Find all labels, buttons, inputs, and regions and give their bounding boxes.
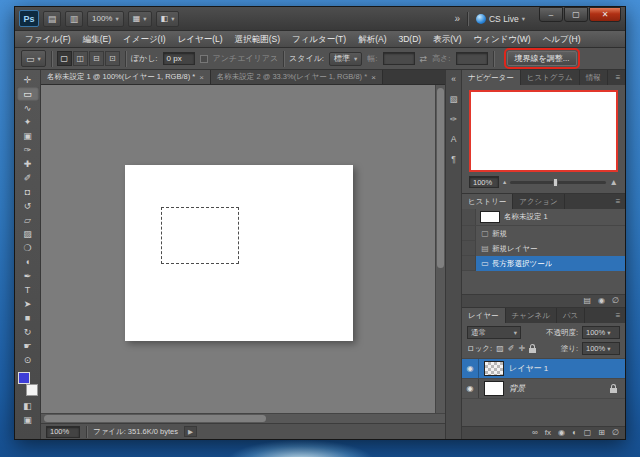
document-tab-2[interactable]: 名称未設定 2 @ 33.3%(レイヤー 1, RGB/8) * × xyxy=(211,70,383,84)
menu-view[interactable]: 表示(V) xyxy=(427,31,467,48)
navigator-tab-1[interactable]: ヒストグラム xyxy=(521,70,580,85)
navigator-panel-menu-icon[interactable]: ≡ xyxy=(611,70,625,85)
path-selection-tool[interactable]: ➤ xyxy=(17,297,39,311)
type-tool[interactable]: T xyxy=(17,283,39,297)
navigator-zoom-slider-thumb[interactable] xyxy=(553,178,558,187)
close-icon[interactable]: × xyxy=(199,73,204,82)
status-zoom-input[interactable]: 100% xyxy=(46,426,80,438)
background-layer-name[interactable]: 背景 xyxy=(509,383,610,394)
launch-bridge-icon[interactable]: ▤ xyxy=(43,11,61,27)
horizontal-scrollbar-thumb[interactable] xyxy=(44,415,266,422)
create-snapshot-icon[interactable]: ◉ xyxy=(598,295,605,307)
history-snapshot-row[interactable]: 名称未設定 1 xyxy=(462,209,625,226)
delete-state-icon[interactable]: ∅ xyxy=(612,295,619,307)
eyedropper-tool[interactable]: ✑ xyxy=(17,143,39,157)
document-tab-1[interactable]: 名称未設定 1 @ 100%(レイヤー 1, RGB/8) * × xyxy=(41,70,211,84)
zoom-out-icon[interactable]: ▴ xyxy=(503,178,506,186)
photoshop-logo-icon[interactable]: Ps xyxy=(19,10,39,27)
history-state-new[interactable]: ▢新規 xyxy=(462,226,625,241)
view-extras-icon[interactable]: ▥ xyxy=(65,11,83,27)
layers-tab-2[interactable]: パス xyxy=(557,308,585,323)
paragraph-panel-icon[interactable]: ¶ xyxy=(447,153,461,166)
layers-tab-1[interactable]: チャンネル xyxy=(506,308,557,323)
blur-tool[interactable]: ❍ xyxy=(17,241,39,255)
menu-help[interactable]: ヘルプ(H) xyxy=(537,31,587,48)
overflow-chevron-icon[interactable]: » xyxy=(451,13,463,24)
history-state-rect-marquee[interactable]: ▭長方形選択ツール xyxy=(462,256,625,271)
lock-all-icon[interactable] xyxy=(529,348,536,353)
lock-paint-icon[interactable]: ✐ xyxy=(508,344,515,353)
menu-window[interactable]: ウィンドウ(W) xyxy=(467,31,536,48)
add-selection-mode[interactable]: ◫ xyxy=(73,51,88,66)
layers-tab-0[interactable]: レイヤー xyxy=(462,308,506,323)
layer-effects-icon[interactable]: fx xyxy=(545,427,551,439)
clone-stamp-tool[interactable]: ◘ xyxy=(17,185,39,199)
layer-1-thumbnail[interactable] xyxy=(484,361,504,376)
screen-mode-button[interactable]: ◧ ▾ xyxy=(156,11,180,27)
history-state-new-layer[interactable]: ▤新規レイヤー xyxy=(462,241,625,256)
menu-edit[interactable]: 編集(E) xyxy=(77,31,117,48)
expand-panels-icon[interactable]: « xyxy=(447,73,461,86)
delete-layer-icon[interactable]: ∅ xyxy=(612,427,619,439)
menu-image[interactable]: イメージ(I) xyxy=(117,31,172,48)
screen-mode-toggle[interactable]: ▣ xyxy=(17,413,39,427)
rectangle-tool[interactable]: ■ xyxy=(17,311,39,325)
navigator-zoom-input[interactable]: 100% xyxy=(469,176,499,188)
eraser-tool[interactable]: ▱ xyxy=(17,213,39,227)
background-color-swatch[interactable] xyxy=(26,384,38,396)
lasso-tool[interactable]: ∿ xyxy=(17,101,39,115)
quick-selection-tool[interactable]: ✦ xyxy=(17,115,39,129)
status-expand-button[interactable]: ▶ xyxy=(184,426,197,437)
horizontal-scrollbar[interactable] xyxy=(41,413,445,423)
adjustment-layer-icon[interactable]: ◐ xyxy=(572,427,577,439)
brush-panel-icon[interactable]: ✑ xyxy=(447,113,461,126)
arrange-documents-button[interactable]: ▦ ▾ xyxy=(128,11,152,27)
tool-preset-picker[interactable]: ▭ ▾ xyxy=(21,50,46,67)
layer-1-name[interactable]: レイヤー 1 xyxy=(509,363,625,374)
vertical-scrollbar-thumb[interactable] xyxy=(437,88,444,268)
intersect-selection-mode[interactable]: ⊡ xyxy=(105,51,120,66)
menu-select[interactable]: 選択範囲(S) xyxy=(229,31,286,48)
navigator-preview[interactable] xyxy=(469,90,618,172)
link-layers-icon[interactable]: ∞ xyxy=(532,427,538,439)
canvas-area[interactable] xyxy=(41,85,445,413)
history-source-well[interactable] xyxy=(462,209,476,225)
blend-mode-select[interactable]: 通常 ▾ xyxy=(467,326,521,339)
navigator-tab-0[interactable]: ナビゲーター xyxy=(462,70,521,85)
pen-tool[interactable]: ✒ xyxy=(17,269,39,283)
document-canvas[interactable] xyxy=(125,165,353,341)
menu-layer[interactable]: レイヤー(L) xyxy=(172,31,229,48)
zoom-in-icon[interactable]: ▲ xyxy=(610,177,618,187)
foreground-color-swatch[interactable] xyxy=(18,372,30,384)
cs-live-button[interactable]: CS Live ▾ xyxy=(472,11,529,27)
layer-row-layer-1[interactable]: ◉ レイヤー 1 xyxy=(462,359,625,379)
gradient-tool[interactable]: ▨ xyxy=(17,227,39,241)
visibility-toggle[interactable]: ◉ xyxy=(462,359,479,378)
history-brush-tool[interactable]: ↺ xyxy=(17,199,39,213)
quick-mask-button[interactable]: ◧ xyxy=(17,399,39,413)
history-tab-0[interactable]: ヒストリー xyxy=(462,194,513,209)
new-document-from-state-icon[interactable]: ▤ xyxy=(583,295,591,307)
navigator-tab-2[interactable]: 情報 xyxy=(580,70,608,85)
subtract-selection-mode[interactable]: ⊟ xyxy=(89,51,104,66)
crop-tool[interactable]: ▣ xyxy=(17,129,39,143)
visibility-toggle[interactable]: ◉ xyxy=(462,379,479,398)
menu-analysis[interactable]: 解析(A) xyxy=(352,31,392,48)
zoom-tool[interactable]: ⊙ xyxy=(17,353,39,367)
maximize-button[interactable]: ▢ xyxy=(564,7,588,22)
minimize-button[interactable]: – xyxy=(539,7,563,22)
new-layer-icon[interactable]: ⊞ xyxy=(598,427,605,439)
navigator-zoom-slider[interactable] xyxy=(510,181,605,184)
opacity-input[interactable]: 100% ▾ xyxy=(582,326,620,339)
brush-tool[interactable]: ✐ xyxy=(17,171,39,185)
close-icon[interactable]: × xyxy=(371,73,376,82)
character-panel-icon[interactable]: A xyxy=(447,133,461,146)
feather-input[interactable]: 0 px xyxy=(163,52,195,65)
3d-object-rotate-tool[interactable]: ↻ xyxy=(17,325,39,339)
lock-transparency-icon[interactable]: ▨ xyxy=(496,344,504,353)
history-tab-1[interactable]: アクション xyxy=(513,194,564,209)
fill-input[interactable]: 100% ▾ xyxy=(582,342,620,355)
rectangular-marquee-tool[interactable]: ▭ xyxy=(17,87,39,101)
close-button[interactable]: ✕ xyxy=(589,7,621,22)
color-swatches[interactable] xyxy=(17,372,39,396)
